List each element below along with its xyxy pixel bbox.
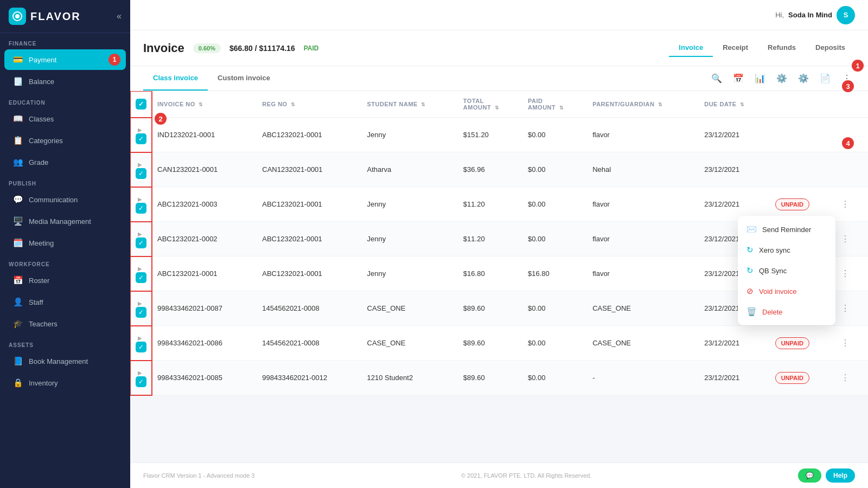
whatsapp-button[interactable]: 💬	[798, 468, 821, 483]
delete-label: Delete	[762, 308, 783, 316]
table-icon-button[interactable]: 📊	[752, 70, 768, 87]
th-invoice-no: INVOICE NO ⇅	[152, 91, 257, 118]
parent-cell: Nehal	[587, 152, 699, 187]
dropdown-item-delete[interactable]: 🗑️ Delete	[738, 301, 835, 322]
dropdown-item-send-reminder[interactable]: ✉️ Send Reminder	[738, 219, 835, 240]
sidebar-item-label: Teachers	[29, 320, 58, 328]
actions-cell	[832, 152, 868, 187]
sort-paid[interactable]: ⇅	[559, 105, 564, 111]
xero-sync-icon: ↻	[746, 245, 754, 255]
sort-invoice-no[interactable]: ⇅	[199, 102, 203, 107]
header-greeting: Hi,	[775, 11, 784, 19]
sidebar-item-balance[interactable]: 🗒️ Balance	[4, 71, 126, 92]
actions-cell: ⋮	[832, 187, 868, 222]
row-more-button[interactable]: ⋮	[838, 370, 853, 386]
parent-cell: flavor	[587, 187, 699, 222]
communication-icon: 💬	[13, 195, 23, 204]
dropdown-menu: ✉️ Send Reminder ↻ Xero sync ↻ QB Sync ⊘…	[738, 216, 835, 325]
sort-reg-no[interactable]: ⇅	[291, 102, 296, 107]
expand-arrow[interactable]: ▶	[138, 370, 142, 376]
sidebar-item-staff[interactable]: 👤 Staff	[4, 292, 126, 312]
sidebar-item-teachers[interactable]: 🎓 Teachers	[4, 313, 126, 334]
settings-icon-button[interactable]: ⚙️	[795, 70, 812, 87]
sidebar-collapse-button[interactable]: «	[117, 11, 122, 21]
row-more-button[interactable]: ⋮	[838, 266, 853, 281]
tab-custom-invoice[interactable]: Custom invoice	[208, 66, 280, 91]
section-label-finance: FINANCE	[0, 33, 130, 49]
row-checkbox[interactable]: ✓	[136, 237, 146, 248]
select-all-checkbox[interactable]: ✓	[136, 99, 146, 110]
student-cell: Jenny	[362, 187, 458, 222]
sidebar-item-label: Meeting	[29, 239, 54, 247]
expand-arrow[interactable]: ▶	[138, 231, 142, 237]
tab-class-invoice[interactable]: Class invoice	[143, 66, 208, 91]
sidebar-item-meeting[interactable]: 🗓️ Meeting	[4, 233, 126, 253]
row-checkbox-cell: ▶ ✓	[130, 187, 152, 222]
row-checkbox-cell: ▶ ✓	[130, 291, 152, 326]
tab-invoice[interactable]: Invoice	[669, 39, 713, 57]
book-icon: 📘	[13, 356, 23, 366]
row-more-button[interactable]: ⋮	[838, 336, 853, 351]
row-checkbox[interactable]: ✓	[136, 342, 146, 352]
tab-deposits[interactable]: Deposits	[806, 39, 855, 57]
classes-icon: 📖	[13, 114, 23, 124]
tab-refunds[interactable]: Refunds	[758, 39, 806, 57]
header-avatar[interactable]: S	[837, 6, 855, 24]
status-badge-unpaid: UNPAID	[775, 337, 809, 349]
dropdown-item-void-invoice[interactable]: ⊘ Void invoice	[738, 281, 835, 301]
reg-no-cell: ABC1232021-0001	[257, 256, 361, 291]
sidebar-item-inventory[interactable]: 🔒 Inventory	[4, 373, 126, 393]
sort-total[interactable]: ⇅	[495, 105, 500, 111]
row-checkbox[interactable]: ✓	[136, 168, 146, 179]
expand-arrow[interactable]: ▶	[138, 162, 142, 168]
page-amount: $66.80 / $11174.16	[229, 44, 295, 53]
student-cell: 1210 Student2	[362, 361, 458, 395]
sidebar-item-label: Categories	[29, 137, 63, 145]
sort-parent[interactable]: ⇅	[658, 102, 663, 107]
row-more-button[interactable]: ⋮	[838, 232, 853, 247]
row-checkbox[interactable]: ✓	[136, 203, 146, 214]
sidebar-item-communication[interactable]: 💬 Communication	[4, 189, 126, 210]
sidebar-item-payment[interactable]: 💳 Payment 1	[4, 49, 126, 70]
row-checkbox[interactable]: ✓	[136, 133, 146, 144]
total-cell: $36.96	[458, 152, 522, 187]
expand-arrow[interactable]: ▶	[138, 300, 142, 306]
row-checkbox[interactable]: ✓	[136, 272, 146, 283]
send-reminder-label: Send Reminder	[762, 226, 811, 234]
paid-cell: $0.00	[522, 187, 587, 222]
export-icon-button[interactable]: 📄	[817, 70, 833, 87]
sidebar-item-media[interactable]: 🖥️ Media Management	[4, 211, 126, 232]
calendar-icon-button[interactable]: 📅	[730, 70, 746, 87]
dropdown-item-xero-sync[interactable]: ↻ Xero sync	[738, 240, 835, 260]
sidebar-item-categories[interactable]: 📋 Categories	[4, 130, 126, 151]
total-cell: $11.20	[458, 222, 522, 256]
actions-cell: ⋮	[832, 256, 868, 291]
table-row: ▶ ✓ 998433462021-0085 998433462021-0012 …	[130, 361, 868, 395]
sort-student[interactable]: ⇅	[421, 102, 426, 107]
expand-arrow[interactable]: ▶	[138, 196, 142, 202]
row-checkbox[interactable]: ✓	[136, 307, 146, 318]
sidebar-item-bookmanagement[interactable]: 📘 Book Management	[4, 351, 126, 371]
expand-arrow[interactable]: ▶	[138, 266, 142, 272]
send-reminder-icon: ✉️	[746, 224, 757, 234]
sort-due[interactable]: ⇅	[740, 102, 745, 107]
tab-receipt[interactable]: Receipt	[713, 39, 758, 57]
invoice-no-cell: ABC1232021-0002	[152, 222, 257, 256]
help-button[interactable]: Help	[826, 468, 855, 483]
filter-icon-button[interactable]: ⚙️	[774, 70, 790, 87]
actions-cell: ⋮	[832, 291, 868, 326]
actions-cell: ⋮	[832, 361, 868, 395]
sidebar-item-classes[interactable]: 📖 Classes	[4, 108, 126, 129]
page-status: PAID	[304, 44, 319, 52]
sidebar-item-grade[interactable]: 👥 Grade	[4, 152, 126, 172]
expand-arrow[interactable]: ▶	[138, 335, 142, 341]
row-checkbox[interactable]: ✓	[136, 376, 146, 387]
invoice-no-cell: CAN1232021-0001	[152, 152, 257, 187]
section-label-assets: ASSETS	[0, 335, 130, 350]
expand-arrow[interactable]: ▶	[138, 127, 142, 133]
row-more-button[interactable]: ⋮	[838, 301, 853, 316]
sidebar-item-roster[interactable]: 📅 Roster	[4, 270, 126, 291]
dropdown-item-qb-sync[interactable]: ↻ QB Sync	[738, 260, 835, 281]
row-more-button[interactable]: ⋮	[838, 197, 853, 212]
search-icon-button[interactable]: 🔍	[709, 70, 725, 87]
